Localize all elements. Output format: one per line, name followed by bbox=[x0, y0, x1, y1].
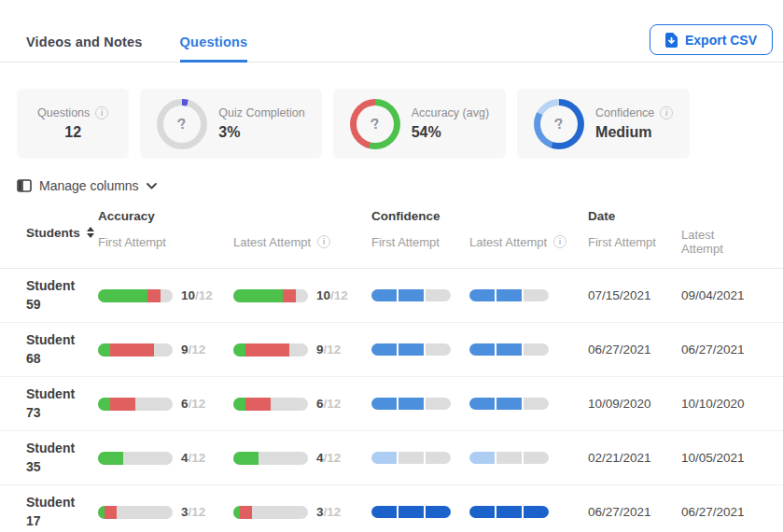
accuracy-bar bbox=[98, 452, 173, 465]
confidence-segment bbox=[398, 289, 424, 301]
tab-bar: Videos and Notes Questions Export CSV bbox=[0, 0, 783, 63]
date-first: 07/15/2021 bbox=[588, 288, 681, 302]
confidence-bar-medium bbox=[469, 398, 549, 410]
info-icon[interactable]: i bbox=[317, 235, 330, 248]
confidence-segment bbox=[371, 506, 397, 518]
table-row: Student 736/126/1210/09/202010/10/2020 bbox=[0, 377, 783, 431]
confidence-segment bbox=[371, 343, 397, 356]
confidence-first-cell bbox=[371, 452, 469, 464]
incorrect-segment bbox=[245, 398, 271, 411]
table-header: Students Accuracy Confidence Date First … bbox=[0, 209, 783, 269]
info-icon[interactable]: i bbox=[95, 106, 108, 119]
students-sort-header[interactable]: Students bbox=[26, 226, 98, 240]
score: 10/12 bbox=[181, 288, 213, 302]
score-total: /12 bbox=[324, 451, 342, 465]
accuracy-bar bbox=[233, 452, 308, 465]
export-csv-button[interactable]: Export CSV bbox=[650, 24, 773, 55]
latest-attempt-label: Latest Attempt bbox=[681, 228, 757, 256]
confidence-first-cell bbox=[371, 398, 469, 410]
first-attempt-label: First Attempt bbox=[588, 235, 656, 249]
confidence-bar-medium bbox=[371, 289, 451, 301]
accuracy-latest-attempt-header: Latest Attempt i bbox=[233, 228, 371, 256]
confidence-segment bbox=[524, 506, 549, 518]
student-name: Student 59 bbox=[26, 277, 84, 314]
latest-attempt-label: Latest Attempt bbox=[233, 235, 311, 249]
confidence-segment bbox=[398, 506, 424, 518]
first-attempt-label: First Attempt bbox=[98, 235, 166, 249]
date-latest: 06/27/2021 bbox=[681, 343, 757, 357]
tab-videos-and-notes[interactable]: Videos and Notes bbox=[26, 35, 143, 63]
table-row: Student 354/124/1202/21/202110/05/2021 bbox=[0, 431, 783, 485]
accuracy-group-header: Accuracy bbox=[98, 209, 233, 223]
export-file-icon bbox=[665, 33, 678, 48]
confidence-first-attempt-header: First Attempt bbox=[371, 228, 469, 256]
confidence-bar-medium bbox=[469, 343, 549, 356]
quiz-logo-icon: ? bbox=[369, 115, 381, 133]
accuracy-latest-cell: 4/12 bbox=[233, 451, 371, 465]
accuracy-donut: ? bbox=[350, 99, 400, 149]
incorrect-segment bbox=[110, 398, 135, 411]
chevron-down-icon bbox=[147, 183, 157, 189]
date-latest-attempt-header: Latest Attempt bbox=[681, 228, 757, 256]
accuracy-first-cell: 3/12 bbox=[98, 505, 233, 519]
table-row: Student 5910/1210/1207/15/202109/04/2021 bbox=[0, 269, 783, 323]
date-latest: 09/04/2021 bbox=[681, 288, 757, 302]
info-icon[interactable]: i bbox=[660, 106, 673, 119]
student-name: Student 73 bbox=[26, 385, 84, 422]
confidence-segment bbox=[469, 452, 495, 464]
correct-segment bbox=[98, 343, 110, 357]
sort-icon bbox=[87, 227, 94, 238]
confidence-latest-cell bbox=[469, 506, 588, 518]
stat-card-questions: Questions i 12 bbox=[17, 89, 129, 159]
confidence-latest-cell bbox=[469, 398, 588, 410]
score-total: /12 bbox=[189, 505, 206, 519]
confidence-bar-medium bbox=[371, 343, 451, 356]
correct-segment bbox=[233, 452, 259, 465]
accuracy-first-cell: 10/12 bbox=[98, 288, 233, 302]
score-total: /12 bbox=[324, 505, 342, 519]
accuracy-bar bbox=[98, 289, 173, 302]
confidence-segment bbox=[426, 506, 451, 518]
manage-columns-button[interactable]: Manage columns bbox=[0, 159, 157, 193]
questions-value: 12 bbox=[64, 124, 81, 141]
correct-segment bbox=[98, 289, 147, 302]
date-latest: 10/10/2020 bbox=[681, 397, 757, 411]
accuracy-bar bbox=[98, 506, 173, 519]
incorrect-segment bbox=[245, 343, 289, 357]
confidence-bar-high bbox=[469, 506, 549, 518]
quiz-logo-icon: ? bbox=[552, 115, 565, 133]
confidence-segment bbox=[496, 506, 522, 518]
confidence-segment bbox=[496, 398, 522, 410]
score-total: /12 bbox=[189, 343, 206, 357]
accuracy-bar bbox=[233, 343, 308, 357]
confidence-latest-cell bbox=[469, 343, 588, 356]
confidence-bar-medium bbox=[371, 398, 451, 410]
score-total: /12 bbox=[324, 343, 342, 357]
confidence-label: Confidence i bbox=[595, 106, 673, 119]
confidence-value: Medium bbox=[595, 124, 673, 141]
confidence-segment bbox=[469, 289, 495, 301]
score: 6/12 bbox=[181, 397, 205, 411]
date-first: 06/27/2021 bbox=[588, 343, 681, 357]
score: 6/12 bbox=[316, 397, 341, 411]
tab-questions[interactable]: Questions bbox=[180, 35, 248, 63]
accuracy-first-cell: 6/12 bbox=[98, 397, 233, 411]
date-latest: 06/27/2021 bbox=[681, 505, 757, 519]
accuracy-bar bbox=[233, 398, 308, 411]
accuracy-latest-cell: 3/12 bbox=[233, 505, 371, 519]
score: 3/12 bbox=[181, 505, 205, 519]
confidence-segment bbox=[496, 289, 522, 301]
score: 4/12 bbox=[181, 451, 205, 465]
confidence-segment bbox=[524, 289, 549, 301]
quiz-completion-value: 3% bbox=[218, 124, 304, 141]
table-row: Student 173/123/1206/27/202106/27/2021 bbox=[0, 485, 783, 532]
confidence-segment bbox=[398, 398, 424, 410]
manage-columns-label: Manage columns bbox=[39, 178, 139, 193]
confidence-first-cell bbox=[371, 343, 469, 356]
confidence-bar-medium bbox=[469, 289, 549, 301]
accuracy-bar bbox=[233, 506, 308, 519]
stat-card-accuracy: ? Accuracy (avg) 54% bbox=[333, 89, 506, 159]
confidence-segment bbox=[469, 506, 495, 518]
info-icon[interactable]: i bbox=[553, 235, 566, 248]
confidence-donut: ? bbox=[534, 99, 584, 149]
